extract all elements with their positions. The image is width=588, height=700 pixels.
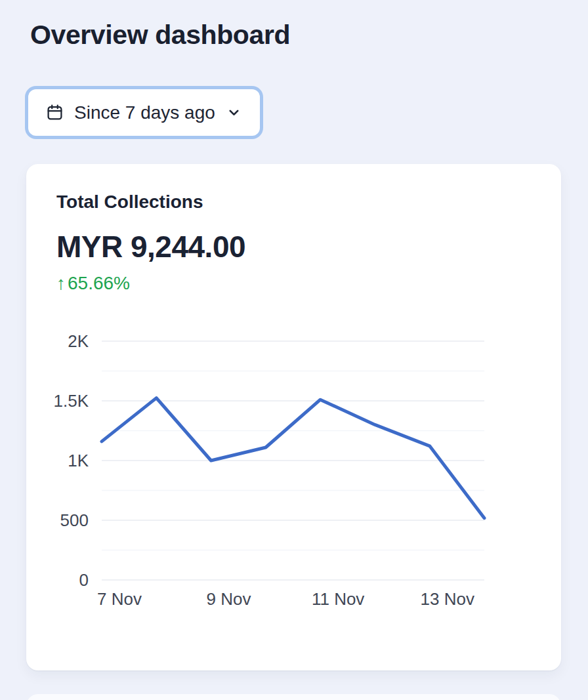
total-collections-value: MYR 9,244.00	[56, 229, 245, 264]
x-tick-label: 7 Nov	[97, 589, 142, 609]
x-tick-label: 11 Nov	[312, 589, 364, 609]
change-percent: 65.66%	[68, 273, 130, 294]
chart-line	[102, 398, 484, 518]
date-range-label: Since 7 days ago	[74, 102, 215, 123]
card-title: Total Collections	[56, 192, 203, 213]
change-indicator: ↑ 65.66%	[56, 273, 130, 294]
y-tick-label: 0	[79, 570, 89, 590]
y-axis-labels: 05001K1.5K2K	[26, 341, 94, 580]
calendar-icon	[46, 104, 64, 121]
x-tick-label: 13 Nov	[421, 589, 474, 609]
y-tick-label: 1K	[68, 451, 89, 471]
y-tick-label: 500	[60, 510, 89, 531]
y-tick-label: 1.5K	[54, 391, 89, 411]
page-title: Overview dashboard	[30, 20, 290, 51]
x-tick-label: 9 Nov	[207, 589, 251, 609]
date-range-button[interactable]: Since 7 days ago	[28, 89, 260, 136]
chevron-down-icon	[226, 104, 242, 121]
collections-line-chart	[102, 341, 484, 580]
x-axis-labels: 7 Nov9 Nov11 Nov13 Nov	[102, 589, 484, 611]
arrow-up-icon: ↑	[56, 273, 66, 294]
y-tick-label: 2K	[68, 331, 89, 352]
total-collections-card: Total Collections MYR 9,244.00 ↑ 65.66% …	[26, 164, 561, 670]
next-card-partial	[26, 694, 561, 700]
